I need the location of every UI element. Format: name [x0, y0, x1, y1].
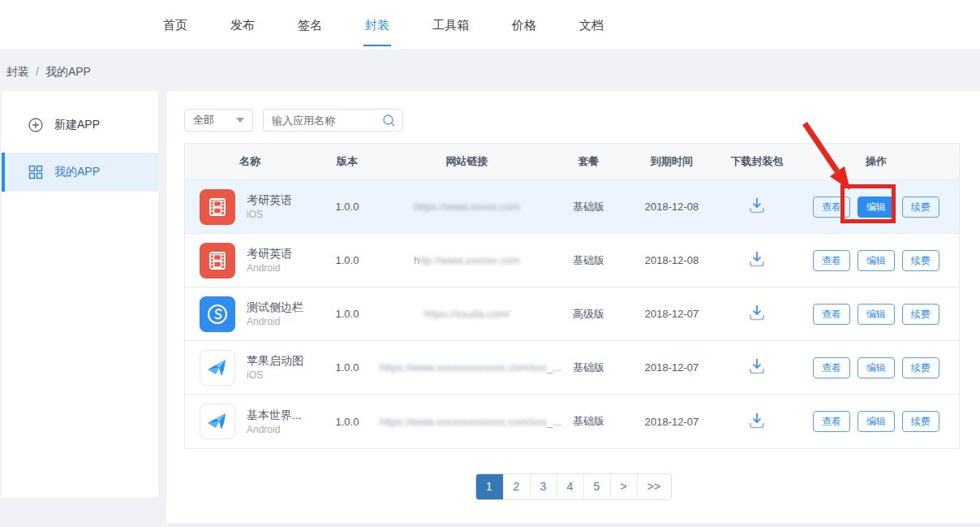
sidebar-item-label: 我的APP [54, 165, 100, 179]
download-icon[interactable] [747, 420, 767, 432]
view-button[interactable]: 查看 [813, 357, 850, 378]
view-button[interactable]: 查看 [813, 197, 850, 218]
nav-item-publish[interactable]: 发布 [229, 2, 256, 50]
pagination: 1 2 3 4 5 > >> [475, 473, 672, 500]
actions-cell: 查看 编辑 续费 [793, 357, 959, 378]
app-name-cell: 苹果启动图 iOS [185, 350, 315, 386]
app-name-cell: 测试侧边栏 Android [185, 296, 315, 332]
apps-table: 名称 版本 网站链接 套餐 到期时间 下载封装包 操作 考研英语 iOS [184, 143, 960, 449]
breadcrumb: 封装/我的APP [6, 65, 91, 80]
edit-button[interactable]: 编辑 [858, 357, 895, 378]
app-version: 1.0.0 [315, 254, 380, 266]
app-platform: iOS [247, 208, 292, 221]
page-last[interactable]: >> [637, 474, 671, 499]
page-3[interactable]: 3 [530, 474, 557, 499]
app-expiry: 2018-12-07 [623, 308, 720, 320]
download-cell [720, 304, 793, 324]
main-panel: 全部 名称 版本 网站链接 套餐 到期时间 下载封装包 操作 [166, 91, 980, 523]
app-platform: Android [247, 315, 303, 328]
download-icon[interactable] [747, 365, 767, 378]
nav-item-package-active[interactable]: 封装 [363, 2, 391, 50]
app-name: 基本世界... [247, 408, 302, 423]
edit-button[interactable]: 编辑 [858, 197, 895, 218]
app-version: 1.0.0 [315, 416, 380, 428]
download-cell [720, 412, 793, 432]
app-plan: 基础版 [554, 361, 623, 375]
page-4[interactable]: 4 [557, 474, 583, 499]
app-link: https://ssuda.com/ [380, 308, 554, 320]
edit-button[interactable]: 编辑 [858, 411, 895, 432]
app-name-cell: 考研英语 iOS [185, 189, 315, 225]
sidebar-item-my-app[interactable]: 我的APP [2, 153, 158, 192]
page-5[interactable]: 5 [583, 474, 610, 499]
page-next[interactable]: > [610, 474, 637, 499]
renew-button[interactable]: 续费 [902, 197, 939, 218]
actions-cell: 查看 编辑 续费 [793, 197, 959, 218]
app-platform: Android [247, 261, 292, 274]
sidebar-item-label: 新建APP [54, 118, 100, 132]
app-name: 考研英语 [247, 192, 292, 208]
app-link: https://www.xxxxx.com [380, 201, 554, 213]
app-plan: 高级版 [554, 307, 623, 322]
download-cell [720, 197, 793, 217]
download-cell [720, 357, 793, 378]
paper-plane-icon [200, 404, 235, 439]
filter-dropdown[interactable]: 全部 [184, 109, 253, 132]
nav-item-signature[interactable]: 签名 [296, 2, 324, 50]
page-2[interactable]: 2 [503, 474, 530, 499]
paper-plane-icon [200, 350, 235, 386]
breadcrumb-parent[interactable]: 封装 [6, 65, 29, 78]
col-header-name: 名称 [185, 154, 315, 169]
breadcrumb-separator: / [36, 65, 39, 78]
download-icon[interactable] [747, 258, 767, 270]
col-header-version: 版本 [315, 154, 380, 169]
nav-item-price[interactable]: 价格 [510, 2, 538, 50]
view-button[interactable]: 查看 [813, 250, 850, 271]
table-row: 基本世界... Android 1.0.0 https://www.xxxxxx… [185, 395, 959, 448]
actions-cell: 查看 编辑 续费 [793, 304, 959, 325]
nav-item-home[interactable]: 首页 [161, 2, 189, 50]
download-icon[interactable] [747, 312, 767, 324]
search-icon[interactable] [382, 114, 396, 131]
edit-button[interactable]: 编辑 [858, 250, 895, 271]
page-1[interactable]: 1 [476, 474, 503, 499]
plus-circle-icon [28, 117, 44, 133]
nav-item-docs[interactable]: 文档 [578, 2, 605, 50]
grid-icon [28, 164, 44, 180]
table-header-row: 名称 版本 网站链接 套餐 到期时间 下载封装包 操作 [185, 144, 959, 180]
edit-button[interactable]: 编辑 [858, 304, 895, 325]
app-plan: 基础版 [554, 253, 623, 268]
renew-button[interactable]: 续费 [902, 250, 939, 271]
renew-button[interactable]: 续费 [902, 357, 939, 378]
sidebar-item-new-app[interactable]: 新建APP [2, 106, 158, 145]
app-link: https://www.xxxxxxxxxxxxx.com/xxx_... [380, 416, 554, 428]
app-version: 1.0.0 [315, 308, 380, 320]
nav-item-toolbox[interactable]: 工具箱 [431, 2, 471, 50]
film-icon [200, 243, 235, 279]
view-button[interactable]: 查看 [813, 411, 850, 432]
table-row: 考研英语 iOS 1.0.0 https://www.xxxxx.com 基础版… [185, 180, 959, 234]
app-platform: Android [247, 423, 302, 436]
renew-button[interactable]: 续费 [902, 304, 939, 325]
app-name-cell: 基本世界... Android [185, 404, 315, 439]
col-header-plan: 套餐 [554, 154, 623, 169]
actions-cell: 查看 编辑 续费 [793, 250, 959, 271]
col-header-actions: 操作 [793, 154, 959, 169]
breadcrumb-current: 我的APP [45, 65, 91, 78]
app-expiry: 2018-12-07 [623, 416, 720, 428]
main-nav: 首页 发布 签名 封装 工具箱 价格 文档 [161, 0, 605, 50]
sidebar: 新建APP 我的APP [2, 91, 158, 498]
download-icon[interactable] [747, 205, 767, 217]
app-expiry: 2018-12-08 [623, 201, 720, 213]
search-box [263, 109, 403, 132]
view-button[interactable]: 查看 [813, 304, 850, 325]
app-plan: 基础版 [554, 200, 623, 214]
app-link: https://www.xxxxxxxxxxxxx.com/xxx_... [380, 361, 554, 374]
filter-dropdown-value: 全部 [193, 113, 214, 127]
app-platform: iOS [247, 369, 303, 382]
caret-down-icon [236, 118, 244, 123]
search-input[interactable] [264, 110, 377, 131]
col-header-download: 下载封装包 [720, 154, 793, 169]
renew-button[interactable]: 续费 [902, 411, 939, 432]
col-header-link: 网站链接 [380, 154, 554, 169]
